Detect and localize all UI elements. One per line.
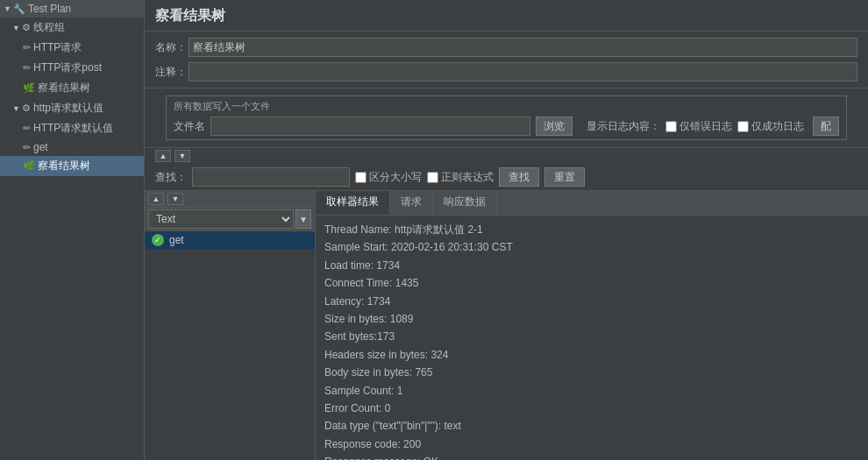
http-request-icon: ✏ [23, 42, 31, 53]
sidebar-item-test-plan[interactable]: ▼ 🔧 Test Plan [0, 0, 144, 18]
name-label: 名称： [155, 40, 189, 55]
name-section: 名称： 注释： [145, 32, 868, 88]
get-icon: ✏ [23, 142, 31, 153]
comment-row: 注释： [155, 60, 857, 84]
expand-arrow: ▼ [4, 4, 11, 13]
sidebar-item-label: http请求默认值 [33, 101, 103, 116]
detail-line: Error Count: 0 [324, 400, 859, 417]
sidebar-item-label: Test Plan [28, 3, 71, 15]
sidebar-item-http-request[interactable]: ✏ HTTP请求 [0, 38, 144, 58]
results-list-body: ✓ get [145, 231, 315, 460]
detail-line: Sent bytes:173 [324, 328, 859, 345]
http-defaults-icon: ⚙ [22, 103, 31, 114]
comment-input[interactable] [189, 62, 857, 81]
detail-line: Body size in bytes: 765 [324, 364, 859, 381]
case-sensitive-checkbox[interactable] [355, 172, 366, 183]
thread-group-icon: ⚙ [22, 22, 31, 33]
text-format-select[interactable]: Text [148, 209, 294, 229]
regex-label[interactable]: 正则表达式 [427, 170, 494, 185]
results-area: ▲ ▼ Text ▼ ✓ get 取样器结果 [145, 191, 868, 460]
sidebar-item-label: 察看结果树 [38, 81, 90, 96]
detail-line: Thread Name: http请求默认值 2-1 [324, 221, 859, 238]
detail-line: Connect Time: 1435 [324, 274, 859, 292]
tab-sampler-result[interactable]: 取样器结果 [316, 191, 390, 215]
detail-content: Thread Name: http请求默认值 2-1Sample Start: … [316, 216, 868, 460]
search-section: 查找： 区分大小写 正则表达式 查找 重置 [145, 164, 868, 191]
sidebar-item-label: get [33, 141, 48, 153]
http-defaults-2-icon: ✏ [23, 123, 31, 134]
detail-line: Headers size in bytes: 324 [324, 346, 859, 364]
sidebar-item-http-defaults-2[interactable]: ✏ HTTP请求默认值 [0, 118, 144, 138]
tab-request[interactable]: 请求 [390, 191, 433, 215]
file-section-title: 所有数据写入一个文件 [174, 100, 839, 113]
panel-title: 察看结果树 [145, 0, 868, 32]
down-arrow-btn[interactable]: ▼ [174, 150, 190, 162]
search-label: 查找： [155, 170, 187, 185]
detail-line: Latency: 1734 [324, 293, 859, 310]
list-down-btn[interactable]: ▼ [167, 193, 183, 205]
sidebar-item-get[interactable]: ✏ get [0, 138, 144, 156]
file-name-label: 文件名 [174, 119, 205, 134]
success-log-checkbox[interactable] [737, 121, 749, 132]
results-list: ▲ ▼ Text ▼ ✓ get [145, 191, 316, 460]
sidebar-item-label: 线程组 [33, 20, 65, 35]
search-input[interactable] [192, 167, 350, 187]
log-content-label: 显示日志内容： [587, 119, 660, 134]
arrows-row: ▲ ▼ [145, 148, 868, 164]
tab-response-data[interactable]: 响应数据 [433, 191, 497, 215]
detail-panel: 取样器结果 请求 响应数据 Thread Name: http请求默认值 2-1… [316, 191, 868, 460]
sidebar-item-label: HTTP请求post [33, 60, 102, 75]
search-button[interactable]: 查找 [499, 167, 539, 187]
reset-button[interactable]: 重置 [544, 167, 585, 187]
sidebar-item-label: 察看结果树 [38, 159, 90, 173]
error-log-label: 仅错误日志 [679, 119, 732, 134]
view-results-icon: 🌿 [23, 82, 35, 94]
case-sensitive-text: 区分大小写 [369, 170, 422, 185]
main-panel: 察看结果树 名称： 注释： 所有数据写入一个文件 文件名 浏览 显示日志内容： … [145, 0, 868, 460]
error-log-checkbox[interactable] [665, 121, 677, 132]
detail-line: Sample Count: 1 [324, 382, 859, 400]
sidebar-item-http-defaults[interactable]: ▼ ⚙ http请求默认值 [0, 98, 144, 118]
sidebar-item-view-results-2[interactable]: 🌿 察看结果树 [0, 156, 144, 176]
sidebar-item-thread-group[interactable]: ▼ ⚙ 线程组 [0, 18, 144, 38]
sidebar-item-label: HTTP请求默认值 [33, 121, 113, 136]
list-arrows: ▲ ▼ [148, 193, 185, 205]
tab-response-data-label: 响应数据 [444, 195, 486, 208]
detail-line: Data type ("text"|"bin"|""): text [324, 417, 859, 435]
file-name-input[interactable] [210, 117, 530, 136]
name-row: 名称： [155, 35, 857, 60]
text-dropdown-row: Text ▼ [145, 208, 315, 231]
list-up-btn[interactable]: ▲ [148, 193, 164, 205]
name-input[interactable] [189, 38, 857, 57]
file-section: 所有数据写入一个文件 文件名 浏览 显示日志内容： 仅错误日志 仅成功日志 配 [166, 96, 847, 140]
regex-checkbox[interactable] [427, 172, 438, 183]
comment-label: 注释： [155, 65, 189, 80]
test-plan-icon: 🔧 [13, 4, 25, 15]
config-button[interactable]: 配 [813, 117, 839, 136]
detail-line: Size in bytes: 1089 [324, 310, 859, 328]
error-log-checkbox-label[interactable]: 仅错误日志 [665, 119, 732, 134]
browse-button[interactable]: 浏览 [536, 117, 573, 136]
detail-line: Load time: 1734 [324, 257, 859, 274]
case-sensitive-label[interactable]: 区分大小写 [355, 170, 422, 185]
sidebar: ▼ 🔧 Test Plan ▼ ⚙ 线程组 ✏ HTTP请求 ✏ HTTP请求p… [0, 0, 145, 460]
http-request-post-icon: ✏ [23, 62, 31, 74]
result-item-get[interactable]: ✓ get [145, 231, 315, 249]
sidebar-item-view-results-1[interactable]: 🌿 察看结果树 [0, 78, 144, 98]
expand-arrow: ▼ [12, 24, 20, 32]
success-log-label: 仅成功日志 [751, 119, 804, 134]
sidebar-item-label: HTTP请求 [33, 40, 82, 55]
detail-line: Sample Start: 2020-02-16 20:31:30 CST [324, 238, 859, 256]
tab-sampler-result-label: 取样器结果 [326, 195, 379, 208]
detail-tabs: 取样器结果 请求 响应数据 [316, 191, 868, 216]
up-arrow-btn[interactable]: ▲ [155, 150, 171, 162]
tab-request-label: 请求 [401, 195, 422, 208]
sidebar-item-http-request-post[interactable]: ✏ HTTP请求post [0, 58, 144, 78]
dropdown-arrow-btn[interactable]: ▼ [295, 209, 311, 229]
file-row: 文件名 浏览 显示日志内容： 仅错误日志 仅成功日志 配 [174, 117, 839, 136]
view-results-2-icon: 🌿 [23, 160, 35, 172]
detail-line: Response message: OK [324, 453, 859, 460]
results-list-header: ▲ ▼ [145, 191, 315, 208]
expand-arrow: ▼ [12, 104, 20, 113]
success-log-checkbox-label[interactable]: 仅成功日志 [737, 119, 804, 134]
